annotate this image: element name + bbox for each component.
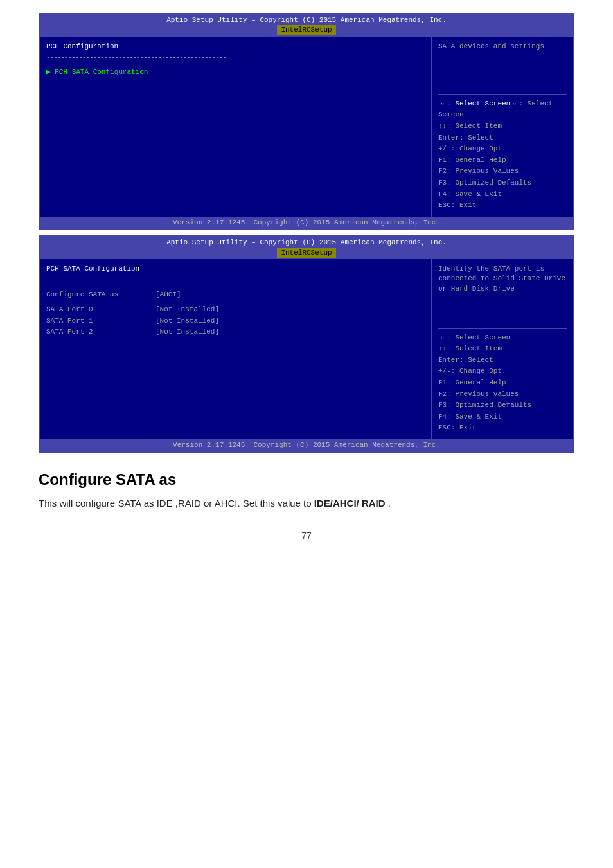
bios-screen-1: Aptio Setup Utility – Copyright (C) 2015… xyxy=(39,13,574,230)
bios-help-1: →←: Select Screen→←: Select Screen ↑↓: S… xyxy=(438,94,567,212)
config-label-configure: Configure SATA as xyxy=(46,290,149,300)
help-line-2-8: F4: Save & Exit xyxy=(438,411,567,423)
help-line-2-1: →←: Select Screen xyxy=(438,332,567,344)
bios-tab-2[interactable]: IntelRCSetup xyxy=(277,248,335,258)
bios-divider-1: ----------------------------------------… xyxy=(46,53,425,62)
bios-title-text-1: Aptio Setup Utility – Copyright (C) 2015… xyxy=(166,16,447,24)
help-line-1-4: +/-: Change Opt. xyxy=(438,143,567,155)
help-line-1-6: F2: Previous Values xyxy=(438,166,567,177)
bios-footer-1: Version 2.17.1245. Copyright (C) 2015 Am… xyxy=(40,217,573,229)
bios-footer-2: Version 2.17.1245. Copyright (C) 2015 Am… xyxy=(40,439,573,451)
bios-divider-2: ----------------------------------------… xyxy=(46,275,425,285)
bios-description-2: Identify the SATA port is connected to S… xyxy=(438,264,567,294)
config-value-port1: [Not Installed] xyxy=(155,316,219,326)
help-line-1-2: ↑↓: Select Item xyxy=(438,121,567,132)
bios-left-panel-1: PCH Configuration ----------------------… xyxy=(40,37,432,217)
bios-body-1: PCH Configuration ----------------------… xyxy=(40,37,573,217)
help-line-2-4: +/-: Change Opt. xyxy=(438,366,567,377)
bios-menu-item-pch-sata[interactable]: ▶ PCH SATA Configuration xyxy=(46,67,425,78)
bios-left-panel-2: PCH SATA Configuration -----------------… xyxy=(40,259,432,439)
bios-help-2: →←: Select Screen ↑↓: Select Item Enter:… xyxy=(438,328,567,434)
help-line-1-9: ESC: Exit xyxy=(438,200,567,212)
text-section: Configure SATA as This will configure SA… xyxy=(39,458,574,518)
help-line-2-3: Enter: Select xyxy=(438,355,567,366)
help-line-2-9: ESC: Exit xyxy=(438,422,567,434)
help-line-2-7: F3: Optimized Defaults xyxy=(438,400,567,411)
bios-title-text-2: Aptio Setup Utility – Copyright (C) 2015… xyxy=(166,239,447,246)
bios-title-bar-2: Aptio Setup Utility – Copyright (C) 2015… xyxy=(40,237,573,259)
config-value-port2: [Not Installed] xyxy=(155,327,219,337)
bios-description-1: SATA devices and settings xyxy=(438,42,567,51)
help-line-1-5: F1: General Help xyxy=(438,155,567,167)
text-heading: Configure SATA as xyxy=(39,471,574,489)
help-line-2-5: F1: General Help xyxy=(438,377,567,389)
bios-section-title-2: PCH SATA Configuration xyxy=(46,264,425,274)
help-line-2-6: F2: Previous Values xyxy=(438,389,567,401)
bios-screen-2: Aptio Setup Utility – Copyright (C) 2015… xyxy=(39,235,574,453)
bios-right-panel-2: Identify the SATA port is connected to S… xyxy=(432,259,573,439)
page-number: 77 xyxy=(39,530,574,541)
bios-menu-item-label-1: ▶ PCH SATA Configuration xyxy=(46,68,148,77)
config-value-port0: [Not Installed] xyxy=(155,305,219,314)
help-line-2-2: ↑↓: Select Item xyxy=(438,343,567,355)
bios-config-row-port2: SATA Port 2 [Not Installed] xyxy=(46,327,425,338)
text-body-bold: IDE/AHCI/ RAID xyxy=(314,498,386,509)
help-line-1-1: →←: Select Screen→←: Select Screen xyxy=(438,98,567,121)
help-line-1-8: F4: Save & Exit xyxy=(438,189,567,201)
text-body-normal: This will configure SATA as IDE ,RAID or… xyxy=(39,498,314,509)
bios-config-row-port0: SATA Port 0 [Not Installed] xyxy=(46,304,425,315)
bios-title-bar-1: Aptio Setup Utility – Copyright (C) 2015… xyxy=(40,14,573,37)
bios-tab-1[interactable]: IntelRCSetup xyxy=(277,25,335,35)
bios-config-row-port1: SATA Port 1 [Not Installed] xyxy=(46,316,425,327)
help-line-1-7: F3: Optimized Defaults xyxy=(438,177,567,189)
config-label-port1: SATA Port 1 xyxy=(46,316,149,326)
bios-body-2: PCH SATA Configuration -----------------… xyxy=(40,259,573,439)
text-body-end: . xyxy=(386,498,391,509)
help-line-1-3: Enter: Select xyxy=(438,132,567,144)
text-body: This will configure SATA as IDE ,RAID or… xyxy=(39,496,574,511)
config-value-configure: [AHCI] xyxy=(155,290,181,300)
bios-config-row-configure[interactable]: Configure SATA as [AHCI] xyxy=(46,289,425,300)
bios-section-title-1: PCH Configuration xyxy=(46,42,425,51)
bios-right-panel-1: SATA devices and settings →←: Select Scr… xyxy=(432,37,573,217)
config-label-port2: SATA Port 2 xyxy=(46,327,149,337)
config-label-port0: SATA Port 0 xyxy=(46,305,149,314)
